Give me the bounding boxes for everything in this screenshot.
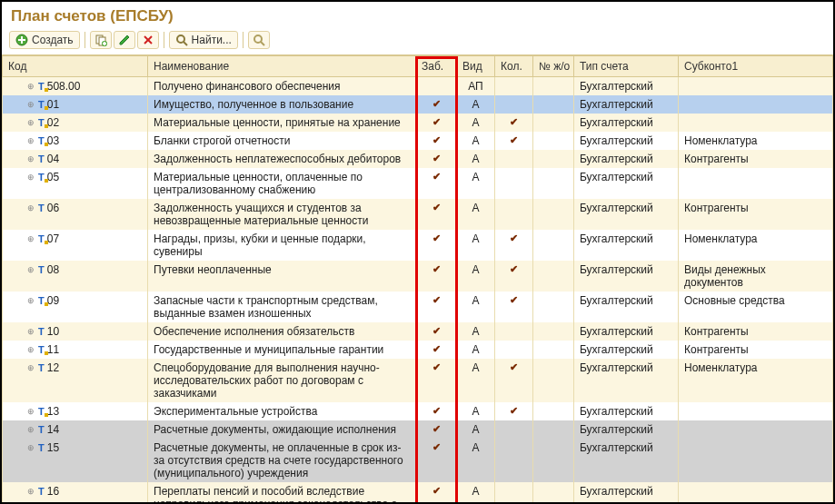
account-code: 508.00 [47,80,81,93]
cell-zab: ✔ [416,359,457,402]
account-code: 16 [47,485,59,498]
cell-zab: ✔ [416,482,457,504]
cell-vid: А [457,230,495,261]
cell-zab: ✔ [416,402,457,420]
account-type-icon: T [38,117,45,128]
find-button[interactable]: Найти... [169,31,238,49]
account-code: 08 [47,263,59,276]
svg-line-12 [184,42,187,45]
cell-njo [533,132,574,150]
account-type-icon: T [38,81,45,92]
table-row[interactable]: ⊕T05Материальные ценности, оплаченные по… [3,168,833,199]
account-code: 15 [47,441,59,454]
table-row[interactable]: ⊕T14Расчетные документы, ожидающие испол… [3,420,833,439]
cell-type: Бухгалтерский [574,199,679,230]
table-row[interactable]: ⊕T01Имущество, полученное в пользование✔… [3,95,833,114]
cell-njo [533,261,574,292]
account-name: Спецоборудование для выполнения научно-и… [148,359,416,402]
expand-icon[interactable]: ⊕ [26,363,35,372]
accounts-table-wrap: Код Наименование Заб. Вид Кол. № ж/о Тип… [2,54,833,504]
expand-icon[interactable]: ⊕ [26,203,35,212]
expand-icon[interactable]: ⊕ [26,154,35,163]
cell-vid: А [457,359,495,402]
col-kol[interactable]: Кол. [495,56,533,77]
table-row[interactable]: ⊕T06Задолженность учащихся и студентов з… [3,199,833,230]
account-type-icon: T [38,99,45,110]
account-name: Награды, призы, кубки и ценные подарки, … [148,230,416,261]
expand-icon[interactable]: ⊕ [26,327,35,336]
account-type-icon: T [38,362,45,373]
check-icon: ✔ [422,294,451,306]
table-row[interactable]: ⊕T13Экспериментальные устройства✔А✔Бухга… [3,402,833,420]
expand-icon[interactable]: ⊕ [26,487,35,496]
account-name: Расчетные документы, не оплаченные в сро… [148,439,416,482]
check-icon: ✔ [422,263,451,275]
create-button[interactable]: Создать [9,31,80,49]
check-icon: ✔ [422,325,451,337]
expand-icon[interactable]: ⊕ [26,234,35,243]
expand-icon[interactable]: ⊕ [26,265,35,274]
cell-njo [533,341,574,359]
expand-icon[interactable]: ⊕ [26,100,35,109]
table-row[interactable]: ⊕T12Спецоборудование для выполнения науч… [3,359,833,402]
expand-icon[interactable]: ⊕ [26,425,35,434]
account-code: 09 [47,294,59,307]
col-njo[interactable]: № ж/о [533,56,574,77]
delete-button[interactable] [137,31,159,49]
expand-icon[interactable]: ⊕ [26,173,35,182]
cell-njo [533,292,574,322]
table-row[interactable]: ⊕T16Переплаты пенсий и пособий вследстви… [3,482,833,504]
cell-zab: ✔ [416,168,457,199]
clear-search-button[interactable] [248,31,270,49]
table-row[interactable]: ⊕T07Награды, призы, кубки и ценные подар… [3,230,833,261]
account-name: Переплаты пенсий и пособий вследствие не… [148,482,416,504]
cell-zab: ✔ [416,95,457,114]
check-icon: ✔ [422,153,451,164]
copy-button[interactable] [90,31,112,49]
table-row[interactable]: ⊕T15Расчетные документы, не оплаченные в… [3,439,833,482]
table-row[interactable]: ⊕T09Запасные части к транспортным средст… [3,292,833,322]
expand-icon[interactable]: ⊕ [26,443,35,452]
table-row[interactable]: ⊕T02Материальные ценности, принятые на х… [3,114,833,132]
svg-marker-8 [120,35,129,44]
table-row[interactable]: ⊕T08Путевки неоплаченные✔А✔Бухгалтерский… [3,261,833,292]
check-icon: ✔ [422,134,451,146]
col-zab[interactable]: Заб. [416,56,457,77]
cell-sub1 [679,168,833,199]
cell-sub1: Виды денежных документов [679,261,833,292]
table-row[interactable]: ⊕T508.00Получено финансового обеспечения… [3,77,833,96]
table-row[interactable]: ⊕T03Бланки строгой отчетности✔А✔Бухгалте… [3,132,833,150]
cell-vid: А [457,439,495,482]
cell-kol: ✔ [495,261,533,292]
page-title: План счетов (ЕПСБУ) [11,7,824,25]
expand-icon[interactable]: ⊕ [26,407,35,416]
cell-type: Бухгалтерский [574,261,679,292]
expand-icon[interactable]: ⊕ [26,118,35,127]
table-row[interactable]: ⊕T10Обеспечение исполнения обязательств✔… [3,322,833,341]
table-row[interactable]: ⊕T04Задолженность неплатежеспособных деб… [3,150,833,168]
col-code[interactable]: Код [3,56,148,77]
expand-icon[interactable]: ⊕ [26,136,35,145]
check-icon: ✔ [422,441,451,453]
check-icon: ✔ [501,405,527,417]
expand-icon[interactable]: ⊕ [26,345,35,354]
expand-icon[interactable]: ⊕ [26,296,35,305]
account-type-icon: T [38,233,45,244]
table-row[interactable]: ⊕T11Государственные и муниципальные гара… [3,341,833,359]
account-type-icon: T [38,486,45,497]
col-type[interactable]: Тип счета [574,56,679,77]
svg-rect-7 [103,43,106,44]
col-vid[interactable]: Вид [457,56,495,77]
cell-kol [495,439,533,482]
col-name[interactable]: Наименование [148,56,416,77]
check-icon: ✔ [422,171,451,183]
col-sub1[interactable]: Субконто1 [679,56,833,77]
account-type-icon: T [38,442,45,453]
check-icon: ✔ [422,423,451,435]
edit-button[interactable] [114,31,135,49]
cell-type: Бухгалтерский [574,114,679,132]
account-type-icon: T [38,172,45,183]
account-name: Экспериментальные устройства [148,402,416,420]
expand-icon[interactable]: ⊕ [26,82,35,91]
account-type-icon: T [38,326,45,337]
